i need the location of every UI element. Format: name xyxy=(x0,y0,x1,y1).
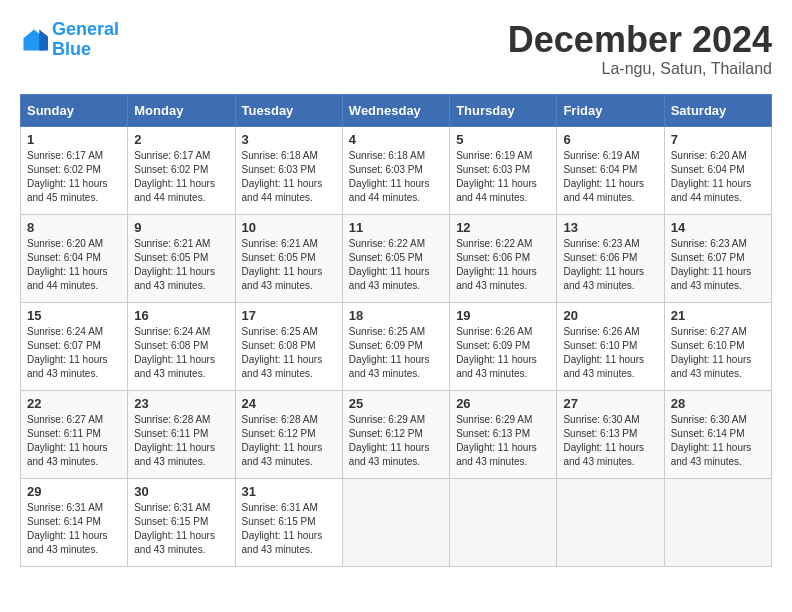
calendar-cell: 21Sunrise: 6:27 AMSunset: 6:10 PMDayligh… xyxy=(664,302,771,390)
calendar-cell: 27Sunrise: 6:30 AMSunset: 6:13 PMDayligh… xyxy=(557,390,664,478)
day-info: Sunrise: 6:19 AMSunset: 6:04 PMDaylight:… xyxy=(563,149,657,205)
calendar-cell: 8Sunrise: 6:20 AMSunset: 6:04 PMDaylight… xyxy=(21,214,128,302)
day-number: 27 xyxy=(563,396,657,411)
day-number: 18 xyxy=(349,308,443,323)
calendar-cell: 25Sunrise: 6:29 AMSunset: 6:12 PMDayligh… xyxy=(342,390,449,478)
logo-icon xyxy=(20,26,48,54)
day-number: 26 xyxy=(456,396,550,411)
day-info: Sunrise: 6:19 AMSunset: 6:03 PMDaylight:… xyxy=(456,149,550,205)
day-number: 11 xyxy=(349,220,443,235)
day-info: Sunrise: 6:30 AMSunset: 6:13 PMDaylight:… xyxy=(563,413,657,469)
calendar-cell: 20Sunrise: 6:26 AMSunset: 6:10 PMDayligh… xyxy=(557,302,664,390)
day-info: Sunrise: 6:21 AMSunset: 6:05 PMDaylight:… xyxy=(242,237,336,293)
day-number: 7 xyxy=(671,132,765,147)
day-info: Sunrise: 6:27 AMSunset: 6:11 PMDaylight:… xyxy=(27,413,121,469)
day-number: 15 xyxy=(27,308,121,323)
day-number: 21 xyxy=(671,308,765,323)
day-number: 4 xyxy=(349,132,443,147)
calendar-cell: 16Sunrise: 6:24 AMSunset: 6:08 PMDayligh… xyxy=(128,302,235,390)
day-info: Sunrise: 6:31 AMSunset: 6:15 PMDaylight:… xyxy=(242,501,336,557)
calendar-cell xyxy=(450,478,557,566)
day-number: 13 xyxy=(563,220,657,235)
col-friday: Friday xyxy=(557,94,664,126)
day-number: 2 xyxy=(134,132,228,147)
day-info: Sunrise: 6:20 AMSunset: 6:04 PMDaylight:… xyxy=(671,149,765,205)
day-number: 28 xyxy=(671,396,765,411)
day-number: 12 xyxy=(456,220,550,235)
day-info: Sunrise: 6:29 AMSunset: 6:12 PMDaylight:… xyxy=(349,413,443,469)
calendar-cell: 13Sunrise: 6:23 AMSunset: 6:06 PMDayligh… xyxy=(557,214,664,302)
col-wednesday: Wednesday xyxy=(342,94,449,126)
day-info: Sunrise: 6:25 AMSunset: 6:09 PMDaylight:… xyxy=(349,325,443,381)
col-sunday: Sunday xyxy=(21,94,128,126)
day-info: Sunrise: 6:21 AMSunset: 6:05 PMDaylight:… xyxy=(134,237,228,293)
day-info: Sunrise: 6:23 AMSunset: 6:06 PMDaylight:… xyxy=(563,237,657,293)
calendar-cell: 14Sunrise: 6:23 AMSunset: 6:07 PMDayligh… xyxy=(664,214,771,302)
day-number: 8 xyxy=(27,220,121,235)
day-number: 19 xyxy=(456,308,550,323)
calendar-cell: 3Sunrise: 6:18 AMSunset: 6:03 PMDaylight… xyxy=(235,126,342,214)
day-number: 16 xyxy=(134,308,228,323)
calendar-cell: 31Sunrise: 6:31 AMSunset: 6:15 PMDayligh… xyxy=(235,478,342,566)
day-info: Sunrise: 6:26 AMSunset: 6:09 PMDaylight:… xyxy=(456,325,550,381)
day-info: Sunrise: 6:20 AMSunset: 6:04 PMDaylight:… xyxy=(27,237,121,293)
day-info: Sunrise: 6:28 AMSunset: 6:11 PMDaylight:… xyxy=(134,413,228,469)
header-row: Sunday Monday Tuesday Wednesday Thursday… xyxy=(21,94,772,126)
day-number: 6 xyxy=(563,132,657,147)
day-number: 25 xyxy=(349,396,443,411)
calendar-cell xyxy=(557,478,664,566)
day-info: Sunrise: 6:22 AMSunset: 6:05 PMDaylight:… xyxy=(349,237,443,293)
logo-line2: Blue xyxy=(52,39,91,59)
calendar-cell: 28Sunrise: 6:30 AMSunset: 6:14 PMDayligh… xyxy=(664,390,771,478)
calendar-cell: 26Sunrise: 6:29 AMSunset: 6:13 PMDayligh… xyxy=(450,390,557,478)
day-number: 31 xyxy=(242,484,336,499)
calendar-week-row: 8Sunrise: 6:20 AMSunset: 6:04 PMDaylight… xyxy=(21,214,772,302)
day-info: Sunrise: 6:22 AMSunset: 6:06 PMDaylight:… xyxy=(456,237,550,293)
calendar-cell xyxy=(664,478,771,566)
calendar-cell: 1Sunrise: 6:17 AMSunset: 6:02 PMDaylight… xyxy=(21,126,128,214)
day-number: 29 xyxy=(27,484,121,499)
day-info: Sunrise: 6:18 AMSunset: 6:03 PMDaylight:… xyxy=(242,149,336,205)
col-saturday: Saturday xyxy=(664,94,771,126)
day-number: 30 xyxy=(134,484,228,499)
calendar-cell xyxy=(342,478,449,566)
calendar-cell: 17Sunrise: 6:25 AMSunset: 6:08 PMDayligh… xyxy=(235,302,342,390)
calendar-cell: 19Sunrise: 6:26 AMSunset: 6:09 PMDayligh… xyxy=(450,302,557,390)
day-info: Sunrise: 6:29 AMSunset: 6:13 PMDaylight:… xyxy=(456,413,550,469)
calendar-cell: 24Sunrise: 6:28 AMSunset: 6:12 PMDayligh… xyxy=(235,390,342,478)
logo-line1: General xyxy=(52,19,119,39)
day-info: Sunrise: 6:25 AMSunset: 6:08 PMDaylight:… xyxy=(242,325,336,381)
calendar-week-row: 22Sunrise: 6:27 AMSunset: 6:11 PMDayligh… xyxy=(21,390,772,478)
day-info: Sunrise: 6:24 AMSunset: 6:07 PMDaylight:… xyxy=(27,325,121,381)
day-info: Sunrise: 6:23 AMSunset: 6:07 PMDaylight:… xyxy=(671,237,765,293)
day-number: 24 xyxy=(242,396,336,411)
calendar-cell: 29Sunrise: 6:31 AMSunset: 6:14 PMDayligh… xyxy=(21,478,128,566)
page-header: General Blue December 2024 La-ngu, Satun… xyxy=(20,20,772,78)
col-monday: Monday xyxy=(128,94,235,126)
day-info: Sunrise: 6:31 AMSunset: 6:15 PMDaylight:… xyxy=(134,501,228,557)
day-number: 1 xyxy=(27,132,121,147)
calendar-cell: 22Sunrise: 6:27 AMSunset: 6:11 PMDayligh… xyxy=(21,390,128,478)
calendar-cell: 15Sunrise: 6:24 AMSunset: 6:07 PMDayligh… xyxy=(21,302,128,390)
calendar-cell: 12Sunrise: 6:22 AMSunset: 6:06 PMDayligh… xyxy=(450,214,557,302)
col-thursday: Thursday xyxy=(450,94,557,126)
day-info: Sunrise: 6:17 AMSunset: 6:02 PMDaylight:… xyxy=(27,149,121,205)
calendar-cell: 5Sunrise: 6:19 AMSunset: 6:03 PMDaylight… xyxy=(450,126,557,214)
calendar-cell: 10Sunrise: 6:21 AMSunset: 6:05 PMDayligh… xyxy=(235,214,342,302)
day-number: 5 xyxy=(456,132,550,147)
day-info: Sunrise: 6:30 AMSunset: 6:14 PMDaylight:… xyxy=(671,413,765,469)
logo: General Blue xyxy=(20,20,119,60)
day-number: 17 xyxy=(242,308,336,323)
calendar-cell: 9Sunrise: 6:21 AMSunset: 6:05 PMDaylight… xyxy=(128,214,235,302)
day-number: 20 xyxy=(563,308,657,323)
calendar-cell: 4Sunrise: 6:18 AMSunset: 6:03 PMDaylight… xyxy=(342,126,449,214)
day-number: 14 xyxy=(671,220,765,235)
calendar-cell: 11Sunrise: 6:22 AMSunset: 6:05 PMDayligh… xyxy=(342,214,449,302)
day-info: Sunrise: 6:27 AMSunset: 6:10 PMDaylight:… xyxy=(671,325,765,381)
day-info: Sunrise: 6:28 AMSunset: 6:12 PMDaylight:… xyxy=(242,413,336,469)
day-number: 9 xyxy=(134,220,228,235)
calendar-table: Sunday Monday Tuesday Wednesday Thursday… xyxy=(20,94,772,567)
calendar-cell: 30Sunrise: 6:31 AMSunset: 6:15 PMDayligh… xyxy=(128,478,235,566)
calendar-cell: 6Sunrise: 6:19 AMSunset: 6:04 PMDaylight… xyxy=(557,126,664,214)
month-title: December 2024 xyxy=(508,20,772,60)
